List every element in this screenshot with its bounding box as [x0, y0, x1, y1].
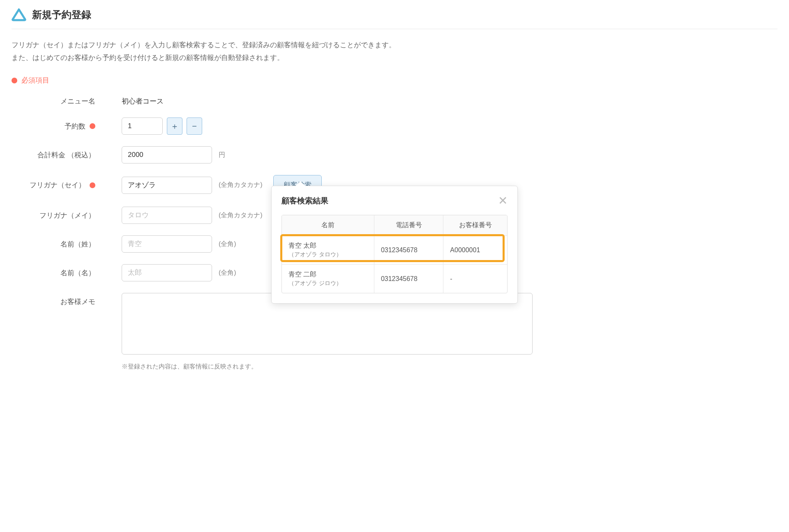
page-header: 新規予約登録: [12, 8, 777, 29]
kana-text: （アオゾラ ジロウ）: [288, 280, 367, 287]
label-furigana-mei: フリガナ（メイ）: [39, 211, 95, 220]
label-total-price: 合計料金 （税込）: [37, 150, 95, 160]
cell-customer-no: -: [443, 265, 507, 293]
hint-zenkaku: (全角): [219, 269, 236, 277]
table-row[interactable]: 青空 二郎（アオゾラ ジロウ）0312345678-: [282, 265, 507, 293]
col-name: 名前: [282, 215, 374, 236]
row-reservation-count: 予約数 ＋ −: [12, 117, 777, 135]
hint-zenkaku: (全角): [219, 240, 236, 249]
label-name-mei: 名前（名）: [60, 268, 95, 278]
close-icon[interactable]: ✕: [498, 195, 508, 207]
label-menu-name: メニュー名: [60, 97, 95, 106]
name-sei-input[interactable]: [122, 235, 212, 253]
cell-phone: 0312345678: [374, 265, 443, 293]
hint-katakana: (全角カタカナ): [219, 211, 263, 220]
label-name-sei: 名前（姓）: [60, 240, 95, 249]
cell-name: 青空 太郎（アオゾラ タロウ）: [282, 236, 374, 265]
label-reservation-count: 予約数: [65, 122, 85, 131]
required-dot-icon: [90, 182, 95, 188]
required-dot-icon: [90, 123, 95, 129]
col-customer-no: お客様番号: [443, 215, 507, 236]
required-legend: 必須項目: [12, 76, 777, 85]
reservation-count-input[interactable]: [122, 117, 163, 135]
row-menu-name: メニュー名 初心者コース: [12, 97, 777, 106]
hint-katakana: (全角カタカナ): [219, 181, 263, 189]
value-menu-name: 初心者コース: [102, 97, 164, 106]
furigana-sei-input[interactable]: [122, 177, 212, 194]
cell-name: 青空 二郎（アオゾラ ジロウ）: [282, 265, 374, 293]
furigana-mei-input[interactable]: [122, 207, 212, 224]
description-line-1: フリガナ（セイ）またはフリガナ（メイ）を入力し顧客検索することで、登録済みの顧客…: [12, 39, 777, 52]
cell-phone: 0312345678: [374, 236, 443, 265]
triangle-icon: [12, 8, 26, 21]
name-mei-input[interactable]: [122, 264, 212, 281]
name-text: 青空 二郎: [288, 271, 316, 278]
description-text: フリガナ（セイ）またはフリガナ（メイ）を入力し顧客検索することで、登録済みの顧客…: [12, 39, 777, 64]
required-dot-icon: [12, 78, 17, 83]
label-memo: お客様メモ: [60, 297, 95, 306]
page-title: 新規予約登録: [32, 8, 91, 21]
required-legend-label: 必須項目: [21, 76, 49, 85]
col-phone: 電話番号: [374, 215, 443, 236]
label-furigana-sei: フリガナ（セイ）: [30, 180, 85, 190]
customer-search-popover: 顧客検索結果 ✕ 名前 電話番号 お客様番号 青空 太郎（アオゾラ タロウ）03…: [271, 186, 518, 304]
kana-text: （アオゾラ タロウ）: [288, 251, 367, 258]
results-table: 名前 電話番号 お客様番号 青空 太郎（アオゾラ タロウ）0312345678A…: [281, 215, 508, 293]
increment-button[interactable]: ＋: [167, 117, 182, 135]
decrement-button[interactable]: −: [187, 117, 202, 135]
total-price-input[interactable]: [122, 146, 212, 164]
unit-yen: 円: [219, 151, 225, 159]
popover-title: 顧客検索結果: [281, 196, 328, 206]
cell-customer-no: A0000001: [443, 236, 507, 265]
description-line-2: また、はじめてのお客様から予約を受け付けると新規の顧客情報が自動登録されます。: [12, 52, 777, 64]
row-total-price: 合計料金 （税込） 円: [12, 146, 777, 164]
table-row[interactable]: 青空 太郎（アオゾラ タロウ）0312345678A0000001: [282, 236, 507, 265]
name-text: 青空 太郎: [288, 242, 316, 249]
table-header-row: 名前 電話番号 お客様番号: [282, 215, 507, 236]
memo-footnote: ※登録された内容は、顧客情報に反映されます。: [122, 363, 777, 371]
